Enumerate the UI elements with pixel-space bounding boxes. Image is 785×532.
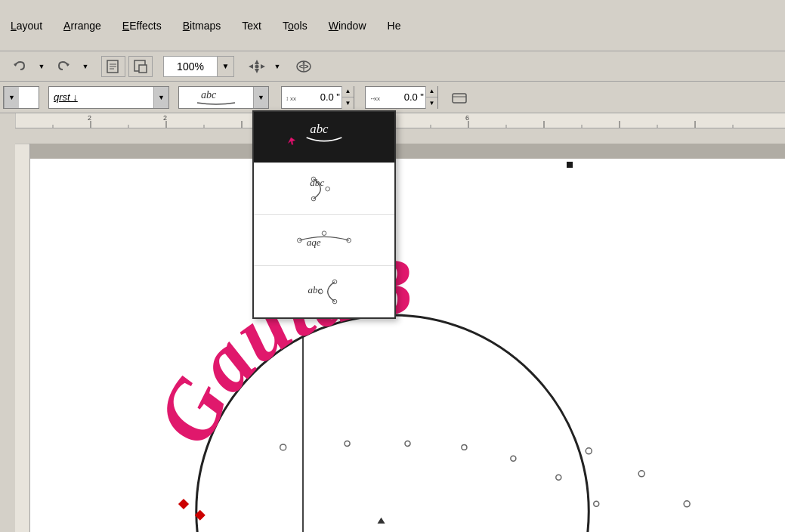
- svg-point-69: [556, 475, 561, 480]
- menu-text[interactable]: Text: [237, 17, 266, 35]
- menu-bar: Layout Arrange EEffects Bitmaps Text Too…: [0, 0, 785, 51]
- offset-y-field: ↔ xx 0.0 " ▲ ▼: [365, 86, 438, 109]
- svg-point-64: [280, 444, 286, 450]
- offset-x-down[interactable]: ▼: [342, 97, 354, 109]
- svg-marker-9: [255, 69, 259, 73]
- svg-marker-0: [14, 63, 17, 66]
- svg-text:↕: ↕: [286, 94, 289, 101]
- path-align-preview: abc: [179, 88, 253, 107]
- offset-x-input[interactable]: 0.0 ": [300, 91, 342, 103]
- offset-x-arrows: ▲ ▼: [342, 86, 354, 109]
- import-btn[interactable]: [101, 56, 125, 77]
- popup-item-top[interactable]: abc: [254, 112, 394, 163]
- svg-point-72: [638, 471, 644, 477]
- zoom-input[interactable]: 100%: [164, 57, 217, 76]
- svg-text:2: 2: [163, 114, 167, 122]
- offset-y-down[interactable]: ▼: [426, 97, 437, 109]
- svg-text:abc: abc: [201, 89, 217, 101]
- svg-point-32: [322, 230, 326, 235]
- svg-marker-8: [255, 60, 259, 64]
- popup-item-right[interactable]: abc: [254, 163, 394, 215]
- font-name-label: qrst ↓: [49, 91, 153, 103]
- redo-dropdown[interactable]: ▼: [80, 56, 91, 77]
- svg-point-70: [594, 501, 599, 506]
- offset-y-arrows: ▲ ▼: [425, 86, 437, 109]
- svg-marker-10: [249, 64, 253, 69]
- offset-x-field: ↕ xx 0.0 " ▲ ▼: [281, 86, 354, 109]
- redo-btn[interactable]: [50, 56, 77, 77]
- zoom-dropdown[interactable]: 100% ▼: [163, 56, 234, 77]
- menu-bitmaps[interactable]: Bitmaps: [178, 17, 226, 35]
- svg-point-66: [405, 441, 410, 446]
- menu-tools[interactable]: Tools: [278, 17, 312, 35]
- svg-point-28: [326, 187, 330, 191]
- font-name-arrow[interactable]: ▼: [153, 87, 168, 108]
- undo-btn[interactable]: [6, 56, 33, 77]
- extra-icon-btn[interactable]: [447, 87, 471, 108]
- toolbar-row-2: ▼ qrst ↓ ▼ abc ▼ ↕ xx 0.0 " ▲ ▼: [0, 82, 785, 113]
- svg-point-65: [345, 441, 350, 446]
- menu-layout[interactable]: Layout: [6, 17, 47, 35]
- export-btn[interactable]: [128, 56, 153, 77]
- path-align-arrow[interactable]: ▼: [253, 87, 268, 108]
- svg-point-12: [255, 64, 259, 68]
- toolbar-row-1: ▼ ▼ 100% ▼ ▼: [0, 51, 785, 82]
- transform-icon-btn[interactable]: [292, 56, 316, 77]
- text-orientation-arrow[interactable]: ▼: [4, 87, 19, 108]
- offset-y-input[interactable]: 0.0 ": [384, 91, 425, 103]
- svg-point-68: [511, 456, 516, 461]
- svg-text:abc: abc: [310, 122, 329, 136]
- svg-marker-11: [261, 64, 265, 69]
- popup-item-bottom[interactable]: aqe: [254, 215, 394, 266]
- svg-text:xx: xx: [374, 94, 380, 101]
- menu-window[interactable]: Window: [324, 17, 371, 35]
- svg-text:2: 2: [88, 114, 91, 122]
- offset-y-up[interactable]: ▲: [426, 86, 437, 97]
- canvas-top-strip: [30, 144, 785, 159]
- menu-help[interactable]: He: [383, 17, 406, 35]
- nudge-dropdown[interactable]: ▼: [272, 56, 283, 77]
- svg-marker-16: [307, 65, 308, 68]
- svg-rect-22: [453, 94, 466, 103]
- zoom-dropdown-arrow[interactable]: ▼: [217, 57, 233, 76]
- offset-y-icon: ↔ xx: [366, 91, 384, 104]
- canvas-area: GautaB: [15, 144, 785, 532]
- menu-effects[interactable]: EEffects: [118, 17, 166, 35]
- svg-rect-7: [139, 65, 147, 73]
- svg-marker-75: [378, 518, 385, 524]
- svg-marker-24: [288, 138, 295, 144]
- popup-item-left[interactable]: abc: [254, 266, 394, 317]
- path-dropdown-popup: abc abc aqe: [252, 110, 396, 319]
- font-name-dropdown[interactable]: qrst ↓ ▼: [48, 86, 169, 109]
- vertical-ruler: [15, 144, 30, 532]
- nudge-icon-btn[interactable]: [245, 56, 269, 77]
- path-align-dropdown[interactable]: abc ▼: [178, 86, 269, 109]
- svg-point-71: [586, 448, 592, 454]
- svg-text:xx: xx: [290, 94, 296, 101]
- undo-dropdown[interactable]: ▼: [36, 56, 47, 77]
- svg-text:6: 6: [465, 114, 469, 122]
- svg-point-73: [684, 501, 690, 507]
- menu-arrange[interactable]: Arrange: [59, 17, 106, 35]
- offset-x-up[interactable]: ▲: [342, 86, 354, 97]
- canvas-background: GautaB: [30, 144, 785, 532]
- horizontal-ruler: 2 2 4 6: [15, 113, 785, 128]
- svg-point-67: [462, 444, 467, 450]
- svg-marker-1: [66, 63, 70, 66]
- offset-x-icon: ↕ xx: [282, 91, 300, 104]
- text-orientation-dropdown[interactable]: ▼: [3, 86, 39, 109]
- curved-text-canvas: GautaB: [30, 159, 785, 532]
